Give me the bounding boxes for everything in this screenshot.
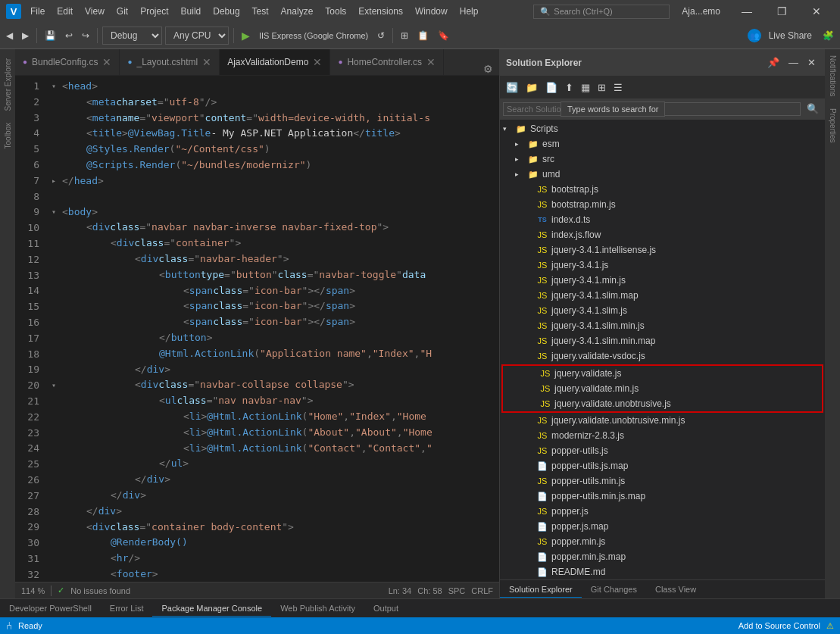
zoom-level[interactable]: 114 %: [21, 586, 45, 595]
bottom-tab-powershell[interactable]: Developer PowerShell: [0, 601, 101, 616]
menu-git[interactable]: Git: [111, 3, 134, 20]
expand-src[interactable]: ▸: [515, 155, 527, 163]
se-tb-btn-2[interactable]: 📁: [523, 80, 541, 95]
expand-umd[interactable]: ▸: [515, 170, 527, 178]
menu-extensions[interactable]: Extensions: [352, 3, 409, 20]
run-label[interactable]: IIS Express (Google Chrome): [256, 27, 371, 45]
tab-layout[interactable]: ● _Layout.cshtml ✕: [120, 49, 220, 75]
se-tab-git-changes[interactable]: Git Changes: [582, 582, 646, 597]
se-search-button[interactable]: 🔍: [804, 102, 822, 116]
menu-edit[interactable]: Edit: [51, 3, 79, 20]
tab-bundleconfig[interactable]: ● BundleConfig.cs ✕: [15, 49, 120, 75]
se-tab-solution-explorer[interactable]: Solution Explorer: [500, 582, 582, 598]
restart-button[interactable]: ↺: [374, 27, 388, 45]
tree-item-index-js-flow[interactable]: JS index.js.flow: [500, 227, 825, 242]
tree-item-jquery-341-slim[interactable]: JS jquery-3.4.1.slim.js: [500, 303, 825, 318]
se-pin-button[interactable]: 📌: [764, 55, 782, 70]
tree-item-jquery-341-slim-min-map[interactable]: JS jquery-3.4.1.slim.min.map: [500, 333, 825, 348]
tree-item-jquery-validate-unobtrusive[interactable]: JS jquery.validate.unobtrusive.js: [503, 396, 822, 411]
tree-item-popper-map[interactable]: 📄 popper.js.map: [500, 519, 825, 534]
notifications-label[interactable]: Notifications: [827, 49, 838, 102]
se-tab-class-view[interactable]: Class View: [646, 582, 705, 597]
redo-button[interactable]: ↪: [79, 27, 92, 45]
menu-test[interactable]: Test: [246, 3, 275, 20]
run-button[interactable]: ▶: [239, 27, 253, 45]
tab-close-ajaxvalidation[interactable]: ✕: [313, 56, 322, 68]
tree-item-jquery-validate-vsdoc[interactable]: JS jquery.validate-vsdoc.js: [500, 348, 825, 364]
tree-item-readme[interactable]: 📄 README.md: [500, 564, 825, 579]
undo-button[interactable]: ↩: [62, 27, 76, 45]
se-tb-btn-7[interactable]: ☰: [610, 80, 626, 95]
back-button[interactable]: ◀: [3, 27, 16, 45]
tree-item-popper[interactable]: JS popper.js: [500, 504, 825, 519]
tree-item-popper-utils-min-map[interactable]: 📄 popper-utils.min.js.map: [500, 489, 825, 504]
tree-item-jquery-341-slim-map[interactable]: JS jquery-3.4.1.slim.map: [500, 288, 825, 303]
tree-item-jquery-validate-min[interactable]: JS jquery.validate.min.js: [503, 381, 822, 396]
tree-item-popper-min[interactable]: JS popper.min.js: [500, 534, 825, 549]
tree-item-popper-utils-min[interactable]: JS popper-utils.min.js: [500, 473, 825, 489]
extensions-button[interactable]: 🧩: [820, 27, 837, 45]
expand-scripts[interactable]: ▾: [503, 125, 515, 133]
se-tb-btn-6[interactable]: ⊞: [595, 80, 609, 95]
code-editor[interactable]: 1234 5678 9101112 13141516 17181920 2122…: [15, 76, 499, 582]
se-collapse-button[interactable]: —: [785, 55, 801, 70]
fold-7[interactable]: ▸: [52, 175, 59, 187]
se-tree[interactable]: ▾ 📁 Scripts ▸ 📁 esm ▸ 📁 src ▸ 📁 umd: [500, 120, 825, 579]
tab-close-homecontroller[interactable]: ✕: [426, 56, 436, 68]
fold-1[interactable]: ▾: [52, 80, 59, 92]
menu-project[interactable]: Project: [134, 3, 174, 20]
menu-help[interactable]: Help: [454, 3, 485, 20]
tab-settings-button[interactable]: ⚙: [477, 63, 499, 75]
toolbar-btn-misc1[interactable]: ⊞: [398, 27, 411, 45]
config-dropdown[interactable]: Debug Release: [102, 27, 162, 45]
tree-item-popper-min-map[interactable]: 📄 popper.min.js.map: [500, 549, 825, 564]
bottom-tab-package-manager[interactable]: Package Manager Console: [152, 601, 271, 617]
code-content[interactable]: ▾ <head> <meta charset="utf-8" /> <meta …: [45, 76, 499, 582]
tree-item-bootstrap-js[interactable]: JS bootstrap.js: [500, 182, 825, 197]
se-tb-btn-1[interactable]: 🔄: [503, 80, 521, 95]
tree-item-popper-utils[interactable]: JS popper-utils.js: [500, 443, 825, 458]
menu-build[interactable]: Build: [175, 3, 208, 20]
minimize-button[interactable]: —: [729, 0, 764, 23]
tab-close-bundleconfig[interactable]: ✕: [102, 56, 111, 68]
tree-item-modernizr[interactable]: JS modernizr-2.8.3.js: [500, 428, 825, 443]
server-explorer-label[interactable]: Server Explorer: [2, 52, 14, 117]
tree-item-jquery-341-slim-min[interactable]: JS jquery-3.4.1.slim.min.js: [500, 318, 825, 333]
maximize-button[interactable]: ❐: [764, 0, 799, 23]
platform-dropdown[interactable]: Any CPU x86 x64: [165, 27, 229, 45]
menu-tools[interactable]: Tools: [319, 3, 352, 20]
tree-item-src[interactable]: ▸ 📁 src: [500, 151, 825, 167]
properties-label[interactable]: Properties: [827, 102, 838, 149]
save-button[interactable]: 💾: [42, 27, 59, 45]
bottom-tab-error-list[interactable]: Error List: [101, 601, 153, 616]
bottom-tab-output[interactable]: Output: [364, 601, 408, 616]
tree-item-scripts[interactable]: ▾ 📁 Scripts: [500, 121, 825, 136]
toolbar-btn-misc3[interactable]: 🔖: [435, 27, 452, 45]
tab-ajaxvalidation[interactable]: AjaxValidationDemo ✕: [220, 49, 330, 75]
tree-item-jquery-intel[interactable]: JS jquery-3.4.1.intellisense.js: [500, 242, 825, 258]
tab-homecontroller[interactable]: ● HomeController.cs ✕: [330, 49, 444, 75]
menu-window[interactable]: Window: [409, 3, 454, 20]
tree-item-popper-utils-map[interactable]: 📄 popper-utils.js.map: [500, 458, 825, 473]
tree-item-umd[interactable]: ▸ 📁 umd: [500, 167, 825, 182]
tree-item-jquery-341[interactable]: JS jquery-3.4.1.js: [500, 258, 825, 273]
toolbar-btn-misc2[interactable]: 📋: [414, 27, 432, 45]
tab-close-layout[interactable]: ✕: [202, 56, 211, 68]
tree-item-index-d-ts[interactable]: TS index.d.ts: [500, 212, 825, 227]
bottom-tab-web-publish[interactable]: Web Publish Activity: [271, 601, 364, 616]
menu-file[interactable]: File: [24, 3, 51, 20]
tree-item-bootstrap-min-js[interactable]: JS bootstrap.min.js: [500, 197, 825, 212]
title-search-box[interactable]: 🔍 Search (Ctrl+Q): [533, 5, 670, 19]
tree-item-jquery-validate-unobtrusive-min[interactable]: JS jquery.validate.unobtrusive.min.js: [500, 413, 825, 428]
menu-debug[interactable]: Debug: [207, 3, 245, 20]
fold-20[interactable]: ▾: [52, 379, 59, 392]
add-source-control[interactable]: Add to Source Control: [739, 621, 820, 630]
tree-item-jquery-validate[interactable]: JS jquery.validate.js: [503, 366, 822, 381]
toolbox-label[interactable]: Toolbox: [2, 117, 14, 155]
fold-9[interactable]: ▾: [52, 206, 59, 218]
se-tb-btn-5[interactable]: ▦: [578, 80, 593, 95]
se-close-button[interactable]: ✕: [804, 55, 819, 70]
menu-analyze[interactable]: Analyze: [275, 3, 320, 20]
close-button[interactable]: ✕: [799, 0, 834, 23]
se-tb-btn-4[interactable]: ⬆: [562, 80, 576, 95]
